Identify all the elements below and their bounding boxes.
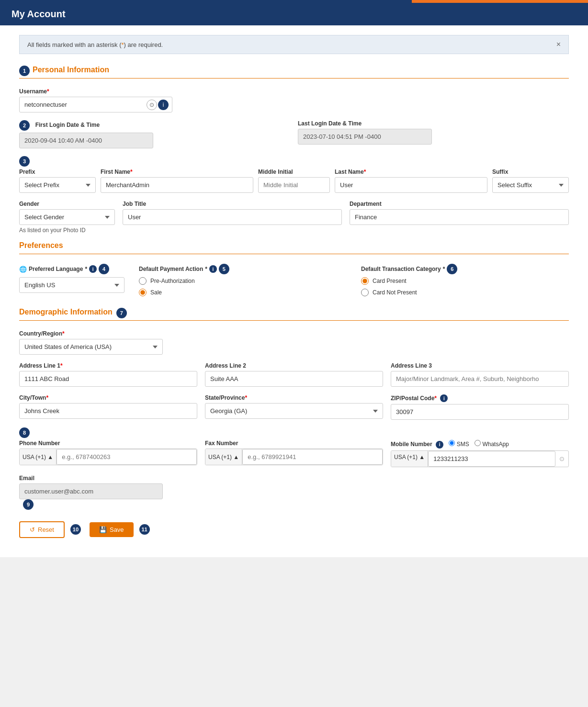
step-badge-5: 5 <box>219 264 229 274</box>
email-input-wrapper <box>19 483 163 499</box>
username-arrow-icon[interactable]: ⊙ <box>147 100 157 110</box>
first-login-group: 2 First Login Date & Time <box>19 120 290 148</box>
phone-label: Phone Number <box>19 440 197 447</box>
payment-preauth-label: Pre-Authorization <box>150 278 195 284</box>
payment-preauth-radio[interactable] <box>139 277 147 285</box>
personal-section-header: 1 Personal Information <box>19 66 569 76</box>
lang-label-row: 🌐 Preferred Language* i 4 <box>19 264 124 274</box>
payment-label: Default Payment Action <box>139 266 203 272</box>
whatsapp-radio[interactable] <box>475 440 481 446</box>
address-row: Address Line 1* Address Line 2 Address L… <box>19 362 569 387</box>
content: All fields marked with an asterisk (*) a… <box>0 25 588 557</box>
country-label: Country/Region* <box>19 330 163 337</box>
personal-information-section: 1 Personal Information Username* ⊙ i <box>19 66 569 234</box>
save-button[interactable]: 💾 Save <box>90 522 134 537</box>
txn-label-row: Default Transaction Category* 6 <box>361 264 569 274</box>
alert-close-button[interactable]: × <box>556 40 561 49</box>
username-icon-group: ⊙ i <box>143 97 172 112</box>
country-select[interactable]: United States of America (USA) Canada Un… <box>19 339 163 355</box>
payment-info-icon[interactable]: i <box>209 265 217 273</box>
gender-select[interactable]: Select Gender Male Female Non-binary <box>19 209 115 225</box>
lastname-label: Last Name* <box>335 168 487 175</box>
firstname-label: First Name* <box>101 168 253 175</box>
name-row: Prefix Select Prefix Mr. Mrs. Ms. Dr. Fi… <box>19 168 569 193</box>
header-bar: My Account <box>0 3 588 25</box>
txn-card-not-present-radio[interactable] <box>361 289 369 296</box>
last-login-group: Last Login Date & Time <box>298 120 569 148</box>
mi-group: Middle Initial <box>258 168 330 193</box>
city-input[interactable] <box>19 403 197 419</box>
mi-input[interactable] <box>258 177 330 193</box>
zip-label: ZIP/Postal Code* i <box>391 394 569 402</box>
reset-label: Reset <box>38 526 54 533</box>
username-input-wrapper: ⊙ i <box>19 97 172 112</box>
mobile-number-input[interactable] <box>428 451 555 467</box>
preferences-section: Preferences 🌐 Preferred Language* i 4 En… <box>19 241 569 300</box>
state-select[interactable]: Alabama (AL) Alaska (AK) California (CA)… <box>205 403 383 419</box>
fax-prefix[interactable]: USA (+1) ▲ <box>205 449 242 465</box>
step-badge-8: 8 <box>19 427 30 438</box>
demo-divider <box>19 320 569 321</box>
personal-divider <box>19 78 569 79</box>
fax-number-input[interactable] <box>242 449 383 465</box>
pref-section-header: Preferences <box>19 241 569 252</box>
payment-preauth-item: Pre-Authorization <box>139 277 347 285</box>
addr2-input[interactable] <box>205 371 383 387</box>
gender-group: Gender Select Gender Male Female Non-bin… <box>19 201 115 225</box>
page-title: My Account <box>11 9 577 20</box>
firstname-group: First Name* <box>101 168 253 193</box>
suffix-select[interactable]: Select Suffix Jr. Sr. II III <box>492 177 569 193</box>
firstname-input[interactable] <box>101 177 253 193</box>
zip-info-icon[interactable]: i <box>440 394 448 402</box>
prefix-group: Prefix Select Prefix Mr. Mrs. Ms. Dr. <box>19 168 96 193</box>
step-badge-9: 9 <box>23 499 34 510</box>
lang-select[interactable]: English US Spanish French <box>19 277 124 293</box>
mobile-label: Mobile Number i SMS WhatsApp <box>391 440 569 449</box>
alert-text: All fields marked with an asterisk (*) a… <box>27 41 163 48</box>
mi-label: Middle Initial <box>258 168 330 175</box>
lastname-input[interactable] <box>335 177 487 193</box>
lang-info-icon[interactable]: i <box>89 265 97 273</box>
payment-sale-label: Sale <box>150 289 162 296</box>
addr3-input[interactable] <box>391 371 569 387</box>
step-badge-3: 3 <box>19 156 30 167</box>
phone-prefix[interactable]: USA (+1) ▲ <box>20 449 57 465</box>
state-label: State/Province* <box>205 394 383 401</box>
dept-input[interactable] <box>350 209 569 225</box>
step-badge-6: 6 <box>447 264 457 274</box>
email-input <box>19 483 163 499</box>
txn-card-present-radio[interactable] <box>361 277 369 285</box>
payment-label-row: Default Payment Action* i 5 <box>139 264 347 274</box>
addr1-input[interactable] <box>19 371 197 387</box>
payment-sale-radio[interactable] <box>139 289 147 296</box>
demographic-section: Demographic Information 7 Country/Region… <box>19 308 569 510</box>
addr3-label: Address Line 3 <box>391 362 569 369</box>
lang-group: 🌐 Preferred Language* i 4 English US Spa… <box>19 264 124 293</box>
step-badge-1: 1 <box>19 66 30 76</box>
txn-card-present-label: Card Present <box>373 278 407 284</box>
login-dates-row: 2 First Login Date & Time Last Login Dat… <box>19 120 569 148</box>
mobile-prefix[interactable]: USA (+1) ▲ <box>391 451 428 467</box>
zip-input[interactable] <box>391 404 569 420</box>
jobtitle-label: Job Title <box>123 201 342 207</box>
phone-number-input[interactable] <box>57 449 197 465</box>
mobile-info-icon[interactable]: i <box>436 441 443 449</box>
lang-label: Preferred Language <box>29 266 83 272</box>
photo-note: As listed on your Photo ID <box>19 227 569 234</box>
pref-row: 🌐 Preferred Language* i 4 English US Spa… <box>19 264 569 300</box>
sms-radio[interactable] <box>449 440 455 446</box>
prefix-select[interactable]: Select Prefix Mr. Mrs. Ms. Dr. <box>19 177 96 193</box>
last-login-label: Last Login Date & Time <box>298 120 569 127</box>
txn-group: Default Transaction Category* 6 Card Pre… <box>361 264 569 300</box>
fax-input-group: USA (+1) ▲ <box>205 449 383 465</box>
username-info-icon[interactable]: i <box>158 100 169 110</box>
reset-button[interactable]: ↺ Reset <box>19 521 65 538</box>
jobtitle-input[interactable] <box>123 209 342 225</box>
city-state-zip-row: City/Town* State/Province* Alabama (AL) … <box>19 394 569 420</box>
city-label: City/Town* <box>19 394 197 401</box>
mobile-clear-button[interactable]: ⊙ <box>555 451 568 467</box>
phone-row: Phone Number USA (+1) ▲ Fax Number USA (… <box>19 440 569 467</box>
phone-group: Phone Number USA (+1) ▲ <box>19 440 197 467</box>
username-group: Username* ⊙ i <box>19 88 569 112</box>
fax-label: Fax Number <box>205 440 383 447</box>
